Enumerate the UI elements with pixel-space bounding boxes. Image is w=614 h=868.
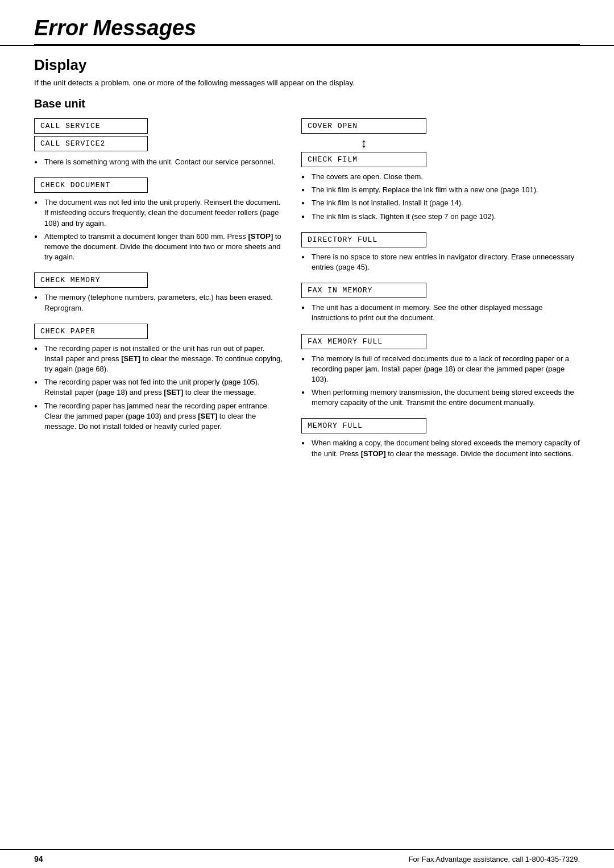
fax-in-memory-bullets: The unit has a document in memory. See t… (301, 303, 580, 323)
memory-full-block: MEMORY FULL When making a copy, the docu… (301, 418, 580, 458)
call-service-msg-stack: CALL SERVICE CALL SERVICE2 (34, 118, 284, 151)
call-service-msg: CALL SERVICE (34, 118, 148, 134)
list-item: There is no space to store new entries i… (301, 252, 580, 272)
memory-full-msg: MEMORY FULL (301, 418, 426, 433)
section-title: Display (34, 56, 580, 74)
set-key3: [SET] (198, 412, 217, 420)
fax-memory-full-bullets: The memory is full of received documents… (301, 354, 580, 408)
list-item: The covers are open. Close them. (301, 172, 580, 182)
list-item: When making a copy, the document being s… (301, 438, 580, 458)
fax-in-memory-block: FAX IN MEMORY The unit has a document in… (301, 283, 580, 323)
call-service2-msg: CALL SERVICE2 (34, 136, 148, 151)
list-item: The recording paper has jammed near the … (34, 401, 284, 432)
set-key: [SET] (121, 354, 140, 363)
footer-page-number: 94 (34, 854, 43, 863)
check-film-msg: CHECK FILM (301, 152, 426, 167)
cover-open-block: COVER OPEN ↕ CHECK FILM The covers are o… (301, 118, 580, 222)
list-item: The document was not fed into the unit p… (34, 197, 284, 229)
directory-full-msg: DIRECTORY FULL (301, 232, 426, 247)
list-item: The unit has a document in memory. See t… (301, 303, 580, 323)
list-item: The memory is full of received documents… (301, 354, 580, 385)
right-column: COVER OPEN ↕ CHECK FILM The covers are o… (301, 118, 580, 469)
list-item: The ink film is empty. Replace the ink f… (301, 185, 580, 195)
list-item: Attempted to transmit a document longer … (34, 232, 284, 263)
check-memory-bullets: The memory (telephone numbers, parameter… (34, 292, 284, 313)
list-item: When performing memory transmission, the… (301, 387, 580, 408)
call-service-bullets: There is something wrong with the unit. … (34, 157, 284, 167)
directory-bullets: There is no space to store new entries i… (301, 252, 580, 272)
intro-text: If the unit detects a problem, one or mo… (34, 78, 580, 87)
fax-memory-full-msg: FAX MEMORY FULL (301, 334, 426, 349)
left-column: CALL SERVICE CALL SERVICE2 There is some… (34, 118, 284, 469)
check-paper-msg: CHECK PAPER (34, 324, 148, 339)
stop-key: [STOP] (248, 232, 273, 241)
header-rule (34, 44, 580, 45)
header-section: Error Messages (0, 0, 614, 46)
check-document-bullets: The document was not fed into the unit p… (34, 197, 284, 262)
fax-in-memory-msg: FAX IN MEMORY (301, 283, 426, 298)
check-memory-msg: CHECK MEMORY (34, 272, 148, 288)
memory-full-bullets: When making a copy, the document being s… (301, 438, 580, 458)
two-column-layout: CALL SERVICE CALL SERVICE2 There is some… (34, 118, 580, 469)
list-item: There is something wrong with the unit. … (34, 157, 284, 167)
check-document-msg: CHECK DOCUMENT (34, 177, 148, 193)
list-item: The recording paper is not installed or … (34, 344, 284, 375)
cover-open-msg: COVER OPEN (301, 118, 426, 134)
list-item: The memory (telephone numbers, parameter… (34, 292, 284, 313)
arrow-down-icon: ↕ (301, 136, 426, 151)
cover-bullets: The covers are open. Close them. The ink… (301, 172, 580, 222)
stop-key2: [STOP] (361, 449, 386, 458)
page-title: Error Messages (34, 16, 580, 40)
set-key2: [SET] (164, 388, 183, 396)
list-item: The ink film is slack. Tighten it (see s… (301, 212, 580, 222)
list-item: The ink film is not installed. Install i… (301, 198, 580, 208)
fax-memory-full-block: FAX MEMORY FULL The memory is full of re… (301, 334, 580, 408)
subsection-title: Base unit (34, 97, 580, 110)
check-memory-block: CHECK MEMORY The memory (telephone numbe… (34, 272, 284, 313)
directory-full-block: DIRECTORY FULL There is no space to stor… (301, 232, 580, 272)
main-content: Display If the unit detects a problem, o… (0, 46, 614, 849)
check-document-block: CHECK DOCUMENT The document was not fed … (34, 177, 284, 262)
footer: 94 For Fax Advantage assistance, call 1-… (0, 849, 614, 868)
call-service-block: CALL SERVICE CALL SERVICE2 There is some… (34, 118, 284, 167)
page: Error Messages Display If the unit detec… (0, 0, 614, 868)
check-paper-bullets: The recording paper is not installed or … (34, 344, 284, 432)
check-paper-block: CHECK PAPER The recording paper is not i… (34, 324, 284, 432)
footer-text: For Fax Advantage assistance, call 1-800… (409, 855, 580, 863)
list-item: The recording paper was not fed into the… (34, 377, 284, 398)
